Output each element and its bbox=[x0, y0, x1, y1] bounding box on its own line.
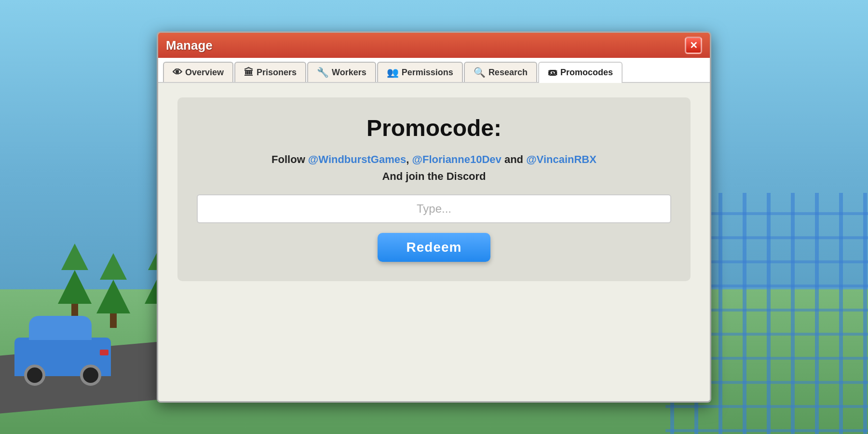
modal-titlebar: Manage ✕ bbox=[158, 33, 710, 58]
promocodes-icon: 🎟 bbox=[548, 67, 557, 78]
modal-tab-bar: 👁 Overview 🏛 Prisoners 🔧 Workers 👥 Permi… bbox=[158, 58, 710, 83]
tab-prisoners-label: Prisoners bbox=[257, 68, 297, 78]
handle-florianne10dev[interactable]: @Florianne10Dev bbox=[412, 153, 502, 165]
overview-icon: 👁 bbox=[173, 67, 182, 78]
handle-vincainrbx[interactable]: @VincainRBX bbox=[526, 153, 597, 165]
tab-promocodes[interactable]: 🎟 Promocodes bbox=[538, 62, 623, 83]
promocode-panel: Promocode: Follow @WindburstGames, @Flor… bbox=[177, 97, 691, 281]
tab-workers-label: Workers bbox=[332, 68, 366, 78]
workers-icon: 🔧 bbox=[317, 67, 329, 78]
modal-title: Manage bbox=[166, 38, 213, 53]
desc-prefix: Follow bbox=[271, 153, 308, 165]
research-icon: 🔍 bbox=[474, 67, 486, 78]
desc-and: and bbox=[502, 153, 526, 165]
modal-overlay: Manage ✕ 👁 Overview 🏛 Prisoners 🔧 Worker… bbox=[0, 0, 868, 434]
tab-promocodes-label: Promocodes bbox=[560, 68, 613, 78]
tab-overview-label: Overview bbox=[185, 68, 224, 78]
redeem-button[interactable]: Redeem bbox=[378, 233, 491, 262]
tab-research[interactable]: 🔍 Research bbox=[464, 62, 537, 82]
manage-modal: Manage ✕ 👁 Overview 🏛 Prisoners 🔧 Worker… bbox=[157, 31, 711, 403]
promocode-title: Promocode: bbox=[366, 115, 502, 141]
promocode-description: Follow @WindburstGames, @Florianne10Dev … bbox=[271, 151, 597, 185]
modal-body: Promocode: Follow @WindburstGames, @Flor… bbox=[158, 83, 710, 401]
promocode-input[interactable] bbox=[197, 194, 671, 223]
permissions-icon: 👥 bbox=[387, 67, 399, 78]
tab-workers[interactable]: 🔧 Workers bbox=[307, 62, 376, 82]
prisoners-icon: 🏛 bbox=[244, 67, 254, 78]
tab-overview[interactable]: 👁 Overview bbox=[163, 62, 233, 82]
tab-permissions[interactable]: 👥 Permissions bbox=[377, 62, 463, 82]
desc-discord: And join the Discord bbox=[382, 170, 486, 182]
tab-prisoners[interactable]: 🏛 Prisoners bbox=[234, 62, 306, 82]
tab-research-label: Research bbox=[488, 68, 528, 78]
handle-windburstgames[interactable]: @WindburstGames bbox=[308, 153, 406, 165]
close-button[interactable]: ✕ bbox=[685, 37, 702, 54]
tab-permissions-label: Permissions bbox=[402, 68, 453, 78]
desc-comma: , bbox=[406, 153, 409, 165]
